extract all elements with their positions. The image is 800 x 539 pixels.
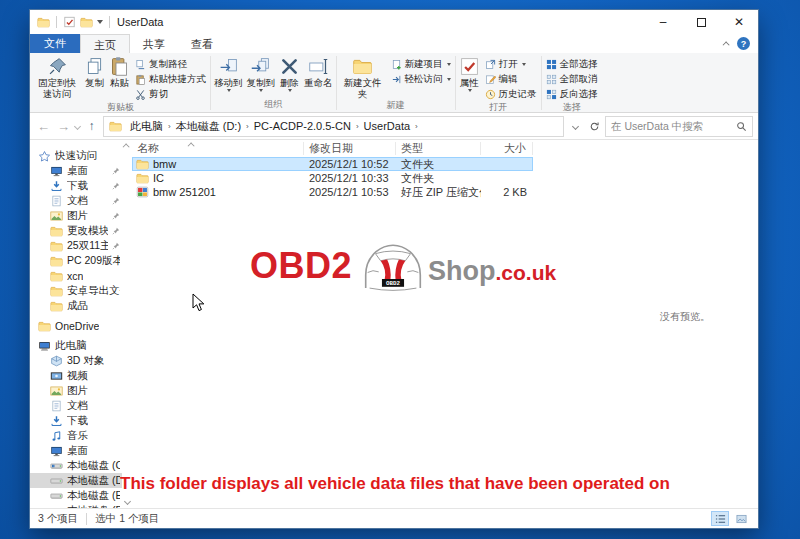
- search-box: [605, 116, 753, 137]
- file-size: 2 KB: [481, 186, 533, 198]
- sidebar-item-6[interactable]: 25双11主图: [30, 238, 122, 253]
- sidebar-item-12[interactable]: 此电脑: [30, 338, 122, 353]
- search-icon[interactable]: [736, 121, 747, 132]
- sidebar-item-20[interactable]: 本地磁盘 (C:): [30, 458, 122, 473]
- edit-button[interactable]: 编辑: [485, 73, 537, 86]
- sidebar-item-2[interactable]: 下载: [30, 178, 122, 193]
- edit-icon: [485, 74, 496, 85]
- sidebar-item-label: 本地磁盘 (F:): [67, 504, 120, 509]
- sidebar-item-8[interactable]: xcn: [30, 268, 122, 283]
- tab-view[interactable]: 查看: [178, 34, 226, 53]
- paste-shortcut-button[interactable]: 粘贴快捷方式: [135, 73, 206, 86]
- document-icon: [50, 400, 63, 412]
- logo-tld-text: .co.uk: [496, 261, 557, 285]
- file-date: 2025/12/1 10:33: [304, 172, 396, 184]
- sidebar-item-13[interactable]: 3D 对象: [30, 353, 122, 368]
- refresh-icon[interactable]: [586, 121, 602, 132]
- folder-icon[interactable]: [37, 16, 50, 28]
- breadcrumb-item-0[interactable]: 此电脑: [126, 119, 167, 134]
- select-all-button[interactable]: 全部选择: [546, 58, 598, 71]
- sidebar-item-19[interactable]: 桌面: [30, 443, 122, 458]
- copy-path-button[interactable]: 复制路径: [135, 58, 206, 71]
- properties-icon[interactable]: [63, 16, 76, 28]
- breadcrumb-item-3[interactable]: UserData: [360, 120, 414, 132]
- back-icon[interactable]: ←: [35, 119, 52, 134]
- delete-button[interactable]: 删除: [277, 54, 302, 92]
- breadcrumb-separator[interactable]: ›: [414, 122, 419, 131]
- sidebar-item-10[interactable]: 成品: [30, 298, 122, 313]
- paste-shortcut-icon: [135, 74, 146, 85]
- open-button[interactable]: 打开: [485, 58, 537, 71]
- address-bar: ← → ↑ 此电脑›本地磁盘 (D:)›PC-ACDP-2.0.5-CN›Use…: [30, 113, 758, 140]
- copy-to-button[interactable]: 复制到: [245, 54, 278, 92]
- sidebar-item-9[interactable]: 安卓导出文件: [30, 283, 122, 298]
- breadcrumb[interactable]: 此电脑›本地磁盘 (D:)›PC-ACDP-2.0.5-CN›UserData›: [103, 116, 564, 137]
- up-icon[interactable]: ↑: [83, 119, 100, 133]
- breadcrumb-item-2[interactable]: PC-ACDP-2.0.5-CN: [250, 120, 355, 132]
- select-none-icon: [546, 74, 557, 85]
- sidebar-item-21[interactable]: 本地磁盘 (D:): [30, 473, 122, 488]
- column-header-date[interactable]: 修改日期: [304, 142, 396, 155]
- breadcrumb-item-1[interactable]: 本地磁盘 (D:): [172, 119, 245, 134]
- window-title: UserData: [117, 16, 163, 28]
- sidebar-item-18[interactable]: 音乐: [30, 428, 122, 443]
- easy-access-button[interactable]: 轻松访问: [391, 73, 451, 86]
- address-dropdown-icon[interactable]: [567, 124, 583, 129]
- column-header-size[interactable]: 大小: [481, 142, 533, 155]
- column-header-type[interactable]: 类型: [396, 142, 481, 155]
- tab-file[interactable]: 文件: [30, 34, 80, 53]
- sidebar-item-0[interactable]: 快速访问: [30, 148, 122, 163]
- qat-dropdown-icon[interactable]: [97, 20, 103, 24]
- file-row-0[interactable]: bmw2025/12/1 10:52文件夹: [132, 157, 533, 171]
- sidebar-item-14[interactable]: 视频: [30, 368, 122, 383]
- details-view-button[interactable]: [711, 511, 729, 526]
- sidebar-item-17[interactable]: 下载: [30, 413, 122, 428]
- new-folder-icon[interactable]: [80, 16, 93, 28]
- forward-icon[interactable]: →: [55, 119, 72, 134]
- file-type: 文件夹: [396, 171, 481, 186]
- invert-selection-button[interactable]: 反向选择: [546, 88, 598, 101]
- sidebar-item-22[interactable]: 本地磁盘 (E:): [30, 488, 122, 503]
- tab-home[interactable]: 主页: [80, 34, 130, 53]
- sidebar-item-23[interactable]: 本地磁盘 (F:): [30, 503, 122, 508]
- sidebar-item-16[interactable]: 文档: [30, 398, 122, 413]
- sidebar-item-1[interactable]: 桌面: [30, 163, 122, 178]
- scroll-down-icon[interactable]: [123, 498, 130, 505]
- tab-share[interactable]: 共享: [130, 34, 178, 53]
- sidebar-item-label: 图片: [67, 209, 88, 223]
- sidebar-item-5[interactable]: 更改模块清单】: [30, 223, 122, 238]
- properties-button[interactable]: 属性: [457, 54, 482, 92]
- search-input[interactable]: [611, 120, 732, 132]
- sidebar-item-4[interactable]: 图片: [30, 208, 122, 223]
- maximize-button[interactable]: [682, 10, 720, 34]
- sidebar-scrollbar[interactable]: [122, 140, 132, 508]
- pin-to-quick-access-button[interactable]: 固定到快速访问: [32, 54, 82, 99]
- file-row-2[interactable]: bmw 2512012025/12/1 10:53好压 ZIP 压缩文件2 KB: [132, 185, 533, 199]
- file-list-pane: 名称 修改日期 类型 大小 bmw2025/12/1 10:52文件夹IC202…: [132, 140, 758, 508]
- sidebar-item-7[interactable]: PC 209版本文件: [30, 253, 122, 268]
- cut-button[interactable]: 剪切: [135, 88, 206, 101]
- help-icon[interactable]: ?: [737, 37, 750, 50]
- large-icons-view-button[interactable]: [732, 511, 750, 526]
- new-folder-button[interactable]: 新建文件夹: [338, 54, 388, 99]
- select-all-icon: [546, 59, 557, 70]
- folder-icon: [136, 172, 149, 184]
- divider: [56, 16, 57, 28]
- close-button[interactable]: ✕: [720, 10, 758, 34]
- copy-button[interactable]: 复制: [82, 54, 107, 89]
- paste-button[interactable]: 粘贴: [107, 54, 132, 89]
- history-dropdown-icon[interactable]: [74, 122, 81, 129]
- history-button[interactable]: 历史记录: [485, 88, 537, 101]
- minimize-button[interactable]: –: [644, 10, 682, 34]
- move-to-button[interactable]: 移动到: [212, 54, 245, 92]
- sidebar-item-3[interactable]: 文档: [30, 193, 122, 208]
- scroll-up-icon[interactable]: [122, 143, 129, 150]
- sidebar-item-11[interactable]: OneDrive: [30, 318, 122, 333]
- collapse-ribbon-icon[interactable]: [723, 41, 730, 48]
- select-none-button[interactable]: 全部取消: [546, 73, 598, 86]
- file-row-1[interactable]: IC2025/12/1 10:33文件夹: [132, 171, 533, 185]
- sidebar-item-15[interactable]: 图片: [30, 383, 122, 398]
- new-item-button[interactable]: 新建项目: [391, 58, 451, 71]
- rename-button[interactable]: 重命名: [302, 54, 335, 89]
- column-header-name[interactable]: 名称: [132, 142, 304, 155]
